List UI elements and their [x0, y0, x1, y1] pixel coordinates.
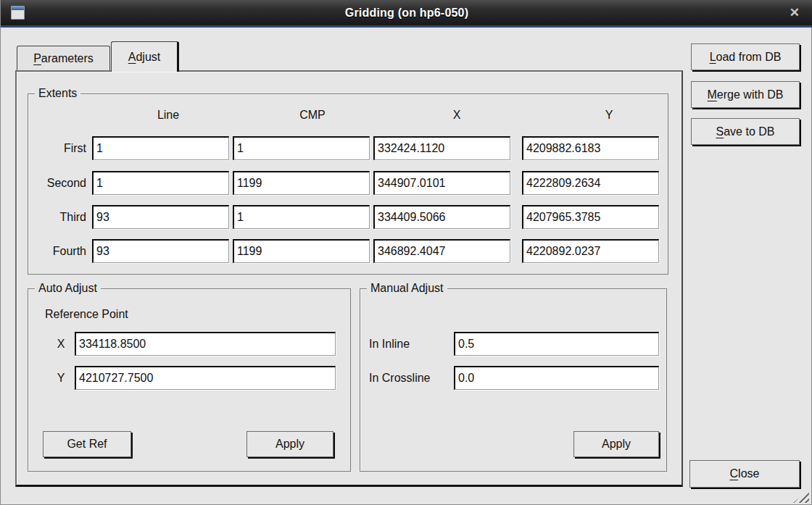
third-line-input[interactable] [92, 205, 229, 229]
second-line-input[interactable] [92, 171, 229, 195]
reference-x-input[interactable] [75, 332, 336, 356]
load-from-db-label: Load from DB [710, 51, 782, 64]
titlebar[interactable]: Gridding (on hp6-050) ✕ [1, 0, 812, 28]
reference-x-label: X [49, 338, 75, 351]
in-crossline-label: In Crossline [369, 372, 454, 385]
save-to-db-button[interactable]: Save to DB [691, 118, 800, 145]
extents-row-second: Second [31, 171, 659, 195]
first-cmp-input[interactable] [233, 136, 370, 160]
third-x-input[interactable] [373, 205, 510, 229]
tab-parameters-label: Parameters [33, 52, 94, 65]
manual-adjust-apply-button[interactable]: Apply [573, 431, 659, 457]
window-menu-icon[interactable] [11, 6, 25, 20]
first-line-input[interactable] [92, 136, 229, 160]
column-header-line: Line [98, 109, 239, 122]
tab-adjust-label: Adjust [128, 51, 160, 64]
extents-row-fourth: Fourth [31, 239, 659, 263]
extents-row-first: First [31, 136, 659, 160]
reference-y-row: Y [49, 366, 336, 390]
merge-with-db-button[interactable]: Merge with DB [691, 81, 800, 108]
manual-adjust-group: Manual Adjust In Inline In Crossline App… [360, 288, 667, 472]
reference-point-label: Reference Point [45, 308, 128, 321]
column-header-x: X [386, 109, 527, 122]
get-ref-button[interactable]: Get Ref [43, 431, 131, 457]
gridding-dialog: Gridding (on hp6-050) ✕ Parameters Adjus… [0, 0, 812, 505]
tab-adjust[interactable]: Adjust [111, 41, 179, 72]
auto-adjust-group-title: Auto Adjust [35, 282, 101, 295]
row-label-third: Third [31, 211, 92, 224]
fourth-line-input[interactable] [92, 239, 229, 263]
fourth-y-input[interactable] [522, 239, 659, 263]
row-label-second: Second [31, 177, 92, 190]
third-y-input[interactable] [522, 205, 659, 229]
load-from-db-button[interactable]: Load from DB [691, 43, 800, 70]
resize-grip-icon[interactable] [793, 490, 809, 503]
column-header-cmp: CMP [242, 109, 383, 122]
close-button-label: Close [730, 467, 760, 480]
second-y-input[interactable] [522, 171, 659, 195]
window-title: Gridding (on hp6-050) [1, 7, 812, 20]
fourth-x-input[interactable] [373, 239, 510, 263]
column-header-y: Y [539, 109, 679, 122]
extents-group: Extents Line CMP X Y First Second [28, 93, 668, 275]
first-x-input[interactable] [373, 136, 510, 160]
second-x-input[interactable] [373, 171, 510, 195]
row-label-first: First [31, 142, 92, 155]
extents-row-third: Third [31, 205, 659, 229]
auto-adjust-apply-button[interactable]: Apply [246, 431, 334, 457]
fourth-cmp-input[interactable] [233, 239, 370, 263]
extents-group-title: Extents [35, 87, 80, 100]
second-cmp-input[interactable] [233, 171, 370, 195]
adjust-tab-panel: Extents Line CMP X Y First Second [15, 70, 683, 487]
third-cmp-input[interactable] [233, 205, 370, 229]
first-y-input[interactable] [522, 136, 659, 160]
in-crossline-input[interactable] [454, 366, 659, 390]
close-button[interactable]: Close [689, 460, 800, 488]
row-label-fourth: Fourth [31, 245, 92, 258]
extents-column-headers: Line CMP X Y [31, 109, 679, 122]
tab-parameters[interactable]: Parameters [17, 46, 110, 70]
in-inline-row: In Inline [369, 332, 659, 356]
merge-with-db-label: Merge with DB [708, 88, 784, 101]
reference-y-label: Y [49, 372, 75, 385]
close-icon[interactable]: ✕ [790, 5, 800, 21]
auto-adjust-group: Auto Adjust Reference Point X Y Get Ref … [28, 288, 351, 472]
reference-y-input[interactable] [75, 366, 336, 390]
save-to-db-label: Save to DB [716, 125, 775, 138]
reference-x-row: X [49, 332, 336, 356]
manual-adjust-group-title: Manual Adjust [367, 282, 447, 295]
in-inline-input[interactable] [454, 332, 659, 356]
in-crossline-row: In Crossline [369, 366, 659, 390]
in-inline-label: In Inline [369, 338, 454, 351]
